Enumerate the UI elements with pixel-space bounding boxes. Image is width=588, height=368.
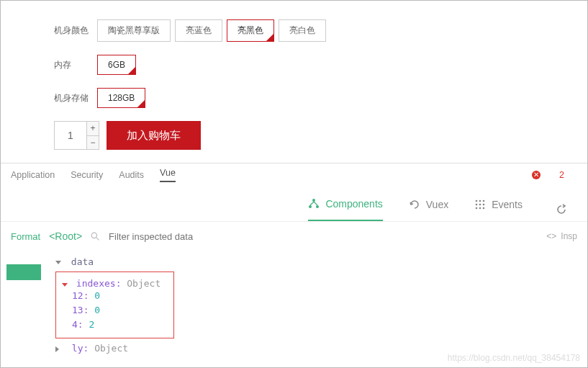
svg-point-0 (312, 199, 315, 202)
tab-audits[interactable]: Audits (119, 170, 144, 180)
data-key-value: 4: 2 (72, 318, 160, 332)
quantity-stepper[interactable]: + − (54, 121, 99, 150)
code-icon: <> (546, 231, 556, 241)
option-label-color: 机身颜色 (54, 24, 97, 37)
add-to-cart-button[interactable]: 加入购物车 (107, 121, 201, 150)
root-component[interactable]: <Root> (49, 230, 82, 242)
svg-point-1 (309, 205, 312, 208)
events-icon (474, 199, 486, 210)
refresh-icon[interactable] (556, 204, 567, 215)
data-key-value: 12: 0 (72, 289, 160, 303)
vue-tab-vuex[interactable]: Vuex (409, 199, 448, 220)
filter-input[interactable] (109, 231, 238, 242)
color-option[interactable]: 亮白色 (279, 19, 326, 42)
svg-point-7 (479, 204, 481, 206)
search-icon (91, 232, 100, 241)
data-panel: data indexes: Object 12: 013: 04: 2 ly: … (1, 251, 587, 359)
error-icon: ✕ (532, 171, 540, 179)
option-row-color: 机身颜色 陶瓷黑尊享版亮蓝色亮黑色亮白色 (54, 19, 573, 42)
caret-right-icon (55, 346, 62, 352)
vue-tab-events[interactable]: Events (474, 199, 523, 220)
ly-row[interactable]: ly: Object (55, 343, 577, 354)
svg-point-12 (91, 233, 96, 238)
caret-down-icon (55, 261, 61, 264)
vuex-icon (409, 199, 420, 210)
component-selection-highlight (6, 264, 41, 280)
svg-point-3 (476, 200, 478, 202)
option-row-storage: 机身存储 128GB (54, 88, 573, 108)
svg-point-2 (316, 205, 319, 208)
error-count: 2 (559, 170, 564, 180)
svg-point-4 (479, 200, 481, 202)
inspect-label: Insp (561, 231, 577, 241)
color-option[interactable]: 亮黑色 (227, 19, 274, 42)
option-row-memory: 内存 6GB (54, 55, 573, 75)
tab-vue[interactable]: Vue (160, 168, 176, 182)
watermark: https://blog.csdn.net/qq_38454178 (448, 353, 580, 363)
svg-line-13 (96, 238, 99, 240)
option-label-memory: 内存 (54, 59, 97, 71)
highlighted-inspection-box: indexes: Object 12: 013: 04: 2 (55, 271, 174, 338)
memory-option[interactable]: 6GB (97, 55, 136, 75)
error-indicator[interactable]: ✕ 2 (532, 170, 580, 180)
svg-point-6 (476, 204, 478, 206)
indexes-row[interactable]: indexes: Object (62, 278, 160, 289)
vue-devtools-tabs: Components Vuex Events (1, 187, 587, 222)
devtools-tabbar: Application Security Audits Vue ✕ 2 (1, 163, 587, 187)
storage-option[interactable]: 128GB (97, 88, 145, 108)
svg-point-10 (479, 207, 481, 210)
option-label-storage: 机身存储 (54, 92, 97, 104)
quantity-decrease-button[interactable]: − (87, 135, 99, 149)
svg-point-9 (476, 207, 478, 210)
quantity-input[interactable] (55, 122, 86, 149)
data-section-header[interactable]: data (55, 256, 577, 267)
svg-point-5 (483, 200, 485, 202)
tab-security[interactable]: Security (71, 170, 103, 180)
data-key-value: 13: 0 (72, 303, 160, 318)
color-option[interactable]: 陶瓷黑尊享版 (97, 19, 171, 42)
tab-application[interactable]: Application (11, 170, 55, 180)
svg-point-8 (483, 204, 485, 206)
format-button[interactable]: Format (11, 231, 40, 242)
quantity-increase-button[interactable]: + (87, 122, 99, 135)
vue-tab-components[interactable]: Components (308, 198, 382, 221)
caret-down-icon (62, 283, 68, 287)
inspector-toolbar: Format <Root> <> Insp (1, 222, 587, 251)
components-icon (308, 198, 320, 210)
color-option[interactable]: 亮蓝色 (175, 19, 222, 42)
svg-point-11 (483, 207, 485, 210)
